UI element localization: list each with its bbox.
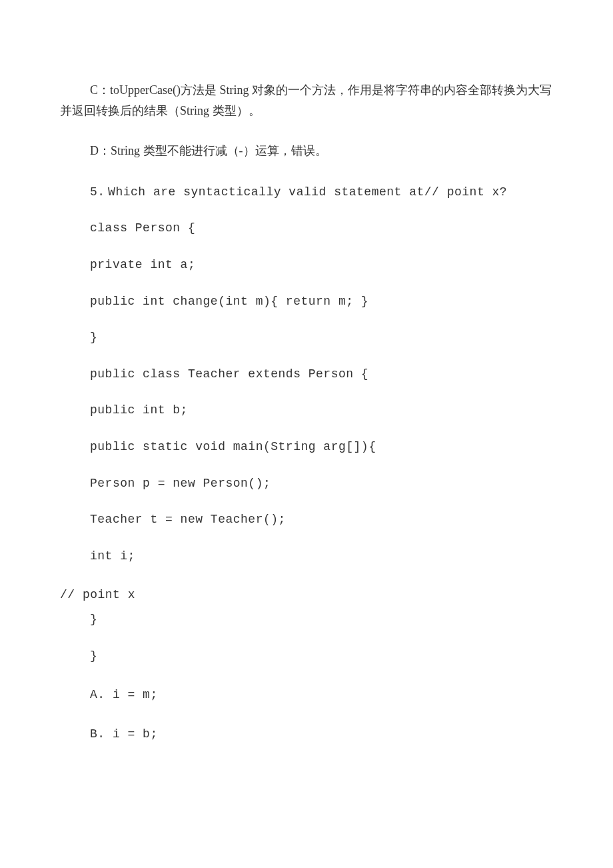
code-line-6: public int b; — [60, 400, 553, 421]
code-line-3: public int change(int m){ return m; } — [60, 291, 553, 312]
option-b: B. i = b; — [60, 724, 553, 745]
document-page: C：toUpperCase()方法是 String 对象的一个方法，作用是将字符… — [0, 0, 613, 820]
paragraph-c: C：toUpperCase()方法是 String 对象的一个方法，作用是将字符… — [60, 80, 553, 121]
question-number: 5. — [90, 185, 105, 199]
code-line-5: public class Teacher extends Person { — [60, 364, 553, 385]
code-line-9: Teacher t = new Teacher(); — [60, 509, 553, 530]
code-line-2: private int a; — [60, 255, 553, 275]
code-line-10: int i; — [60, 546, 553, 567]
question-text: Which are syntactically valid statement … — [108, 185, 507, 199]
code-line-1: class Person { — [60, 218, 553, 239]
code-comment: // point x — [60, 585, 553, 605]
code-line-11: } — [60, 609, 553, 630]
code-line-4: } — [60, 327, 553, 348]
code-line-7: public static void main(String arg[]){ — [60, 437, 553, 457]
option-a: A. i = m; — [60, 685, 553, 705]
question-5: 5. Which are syntactically valid stateme… — [60, 181, 553, 203]
code-line-8: Person p = new Person(); — [60, 473, 553, 494]
paragraph-d: D：String 类型不能进行减（-）运算，错误。 — [60, 141, 553, 161]
code-line-12: } — [60, 646, 553, 667]
